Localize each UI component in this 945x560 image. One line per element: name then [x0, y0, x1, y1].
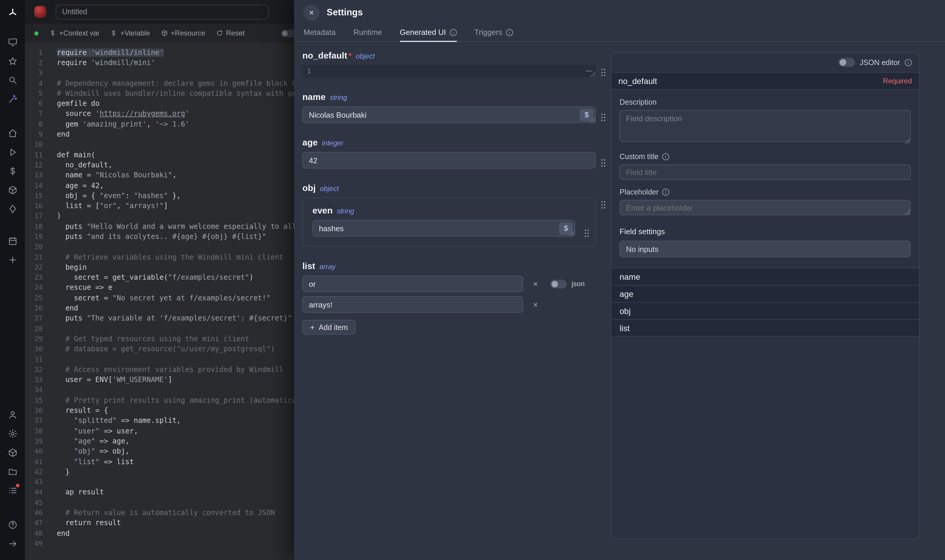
- panel-field-rows: name age obj list: [611, 268, 919, 337]
- calendar-icon[interactable]: [0, 231, 25, 250]
- dollar-insert-button[interactable]: $: [559, 222, 573, 234]
- list-item-row: × json: [302, 275, 610, 292]
- field-type: object: [320, 185, 339, 193]
- even-input[interactable]: [313, 220, 575, 237]
- collapse-icon[interactable]: —: [586, 65, 592, 76]
- folder-icon[interactable]: [0, 462, 25, 481]
- field-type: integer: [322, 139, 344, 147]
- drag-handle-icon[interactable]: [601, 200, 606, 209]
- panel-row-age[interactable]: age: [611, 285, 919, 302]
- field-name: obj: [302, 183, 316, 193]
- description-textarea[interactable]: [620, 110, 911, 142]
- modal-header: × Settings: [294, 0, 945, 25]
- reset-label: Reset: [226, 29, 245, 37]
- play-icon[interactable]: [0, 143, 25, 162]
- panel-row-list[interactable]: list: [611, 319, 919, 337]
- panel-row-label: no_default: [618, 76, 657, 86]
- tab-runtime[interactable]: Runtime: [353, 28, 382, 42]
- windmill-logo[interactable]: [0, 3, 25, 21]
- field-type: string: [337, 207, 354, 215]
- package-icon[interactable]: [0, 443, 25, 462]
- dollar-icon[interactable]: [0, 162, 25, 180]
- json-editor-toggle[interactable]: [839, 58, 855, 67]
- generated-ui-form: no_default* object 1 — name string: [302, 50, 610, 349]
- add-variable-label: +Variable: [120, 29, 150, 37]
- tab-generated-ui[interactable]: Generated UIi: [400, 28, 456, 42]
- list-item-input[interactable]: [302, 296, 523, 313]
- close-icon[interactable]: ×: [304, 5, 319, 20]
- age-input[interactable]: [302, 152, 596, 169]
- remove-item-icon[interactable]: ×: [530, 279, 541, 289]
- tab-label: Metadata: [304, 28, 336, 37]
- panel-row-label: list: [620, 323, 630, 332]
- field-name: name: [302, 92, 325, 102]
- refresh-icon: [216, 29, 223, 37]
- add-resource-label: +Resource: [171, 29, 205, 37]
- tab-triggers[interactable]: Triggersi: [474, 28, 513, 42]
- tab-label: Generated UI: [400, 28, 446, 37]
- add-item-button[interactable]: + Add item: [302, 320, 356, 335]
- json-toggle[interactable]: [550, 279, 567, 288]
- user-icon[interactable]: [0, 405, 25, 424]
- panel-row-obj[interactable]: obj: [611, 302, 919, 319]
- left-icon-rail: [0, 0, 25, 560]
- no-default-json-editor[interactable]: 1 —: [302, 65, 596, 77]
- dollar-insert-button[interactable]: $: [580, 109, 594, 121]
- tab-metadata[interactable]: Metadata: [304, 28, 336, 42]
- panel-row-label: name: [620, 272, 640, 282]
- field-obj: obj object even string $: [302, 183, 610, 246]
- json-toggle-label: json: [572, 280, 585, 288]
- drag-handle-icon[interactable]: [601, 113, 606, 122]
- arrow-right-icon[interactable]: [0, 534, 25, 553]
- reset-button[interactable]: Reset: [216, 29, 245, 37]
- drag-handle-icon[interactable]: [601, 158, 606, 167]
- add-context-var-button[interactable]: +Context var: [49, 29, 100, 37]
- field-type: array: [319, 263, 336, 271]
- placeholder-label: Placeholder i: [620, 188, 911, 196]
- gem-icon[interactable]: [0, 199, 25, 218]
- field-name: even: [313, 205, 333, 215]
- status-dot: [34, 31, 39, 35]
- custom-title-input[interactable]: [620, 165, 911, 180]
- tab-label: Triggers: [474, 28, 502, 37]
- field-list: list array × json: [302, 261, 610, 335]
- home-icon[interactable]: [0, 124, 25, 143]
- field-name: list: [302, 261, 315, 271]
- settings-tabbar: Metadata Runtime Generated UIi Triggersi: [294, 25, 945, 42]
- add-resource-button[interactable]: +Resource: [161, 29, 205, 37]
- panel-row-name[interactable]: name: [611, 268, 919, 285]
- panel-row-label: obj: [620, 306, 631, 316]
- search-icon[interactable]: [0, 70, 25, 89]
- tab-label: Runtime: [353, 28, 382, 37]
- gear-icon[interactable]: [0, 424, 25, 443]
- settings-modal: × Settings Metadata Runtime Generated UI…: [294, 0, 945, 560]
- info-icon: i: [662, 189, 669, 196]
- remove-item-icon[interactable]: ×: [530, 300, 541, 309]
- dollar-icon: [49, 29, 56, 37]
- field-type: object: [356, 52, 375, 60]
- info-icon: i: [905, 59, 912, 66]
- builds-icon[interactable]: [0, 180, 25, 199]
- drag-handle-icon[interactable]: [584, 229, 589, 238]
- help-icon[interactable]: [0, 515, 25, 534]
- drag-handle-icon[interactable]: [601, 68, 606, 77]
- field-settings-select[interactable]: No inputs: [620, 241, 911, 257]
- name-input[interactable]: [302, 106, 596, 123]
- script-title-input[interactable]: [55, 5, 269, 19]
- placeholder-input[interactable]: [620, 200, 911, 215]
- list-item-input[interactable]: [302, 275, 523, 292]
- field-settings-form: Description Custom title i Placeholder: [611, 90, 919, 260]
- star-icon[interactable]: [0, 51, 25, 70]
- add-variable-button[interactable]: +Variable: [110, 29, 150, 37]
- panel-row-no-default[interactable]: no_default Required: [611, 72, 919, 90]
- json-editor-line-number: 1: [307, 68, 311, 75]
- magic-wand-icon[interactable]: [0, 89, 25, 108]
- monitor-icon[interactable]: [0, 32, 25, 51]
- field-type: string: [330, 94, 347, 102]
- resource-icon: [161, 29, 168, 37]
- custom-title-label: Custom title i: [620, 152, 911, 161]
- list-icon[interactable]: [0, 481, 25, 500]
- json-editor-label: JSON editor: [860, 58, 900, 66]
- required-asterisk: *: [348, 51, 352, 60]
- plus-icon[interactable]: [0, 250, 25, 269]
